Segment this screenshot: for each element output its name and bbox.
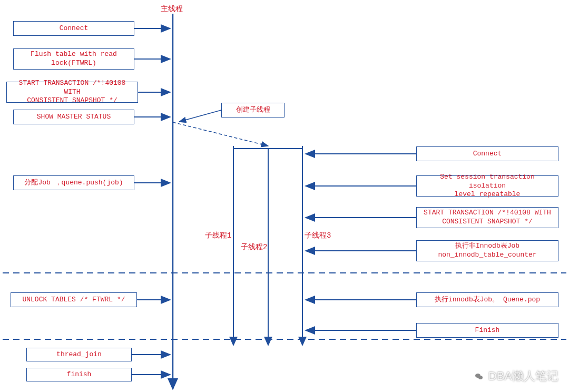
text: Finish bbox=[475, 326, 500, 335]
box-start-tx: START TRANSACTION /*!40108 WITH CONSISTE… bbox=[6, 82, 138, 103]
box-flush-table: Flush table with read lock(FTWRL) bbox=[13, 48, 134, 70]
box-create-subthread: 创建子线程 bbox=[221, 103, 284, 117]
svg-line-9 bbox=[179, 110, 221, 122]
text: Set session transaction isolation level … bbox=[421, 173, 554, 200]
text: Connect bbox=[473, 150, 502, 159]
subthread1-label: 子线程1 bbox=[205, 231, 231, 240]
box-innodb: 执行innodb表Job。 Quene.pop bbox=[416, 292, 558, 307]
text: Connect bbox=[60, 24, 89, 33]
box-connect: Connect bbox=[13, 21, 134, 36]
box-finish: finish bbox=[26, 368, 132, 381]
text: finish bbox=[67, 370, 92, 379]
box-unlock: UNLOCK TABLES /* FTWRL */ bbox=[11, 292, 137, 307]
subthread3-label: 子线程3 bbox=[305, 231, 331, 240]
text: 分配Job ，quene.push(job) bbox=[24, 179, 123, 188]
box-non-innodb: 执行非Innodb表Job non_innodb_table_counter bbox=[416, 240, 558, 261]
text: SHOW MASTER STATUS bbox=[37, 113, 111, 122]
wechat-icon bbox=[473, 370, 485, 383]
subthread2-label: 子线程2 bbox=[241, 242, 267, 252]
box-right-start-tx: START TRANSACTION /*!40108 WITH CONSISTE… bbox=[416, 207, 558, 228]
watermark-text: DBA懒人笔记 bbox=[488, 369, 558, 383]
text: Flush table with read lock(FTWRL) bbox=[31, 50, 117, 68]
box-show-master: SHOW MASTER STATUS bbox=[13, 110, 134, 124]
svg-line-10 bbox=[173, 122, 268, 146]
watermark: DBA懒人笔记 bbox=[473, 368, 558, 384]
text: 创建子线程 bbox=[236, 106, 270, 115]
box-thread-join: thread_join bbox=[26, 348, 132, 361]
text: 执行innodb表Job。 Quene.pop bbox=[435, 296, 540, 305]
text: 执行非Innodb表Job non_innodb_table_counter bbox=[438, 242, 536, 260]
box-set-session: Set session transaction isolation level … bbox=[416, 175, 558, 197]
box-right-connect: Connect bbox=[416, 146, 558, 161]
text: START TRANSACTION /*!40108 WITH CONSISTE… bbox=[11, 79, 133, 106]
box-finish2: Finish bbox=[416, 323, 558, 338]
text: START TRANSACTION /*!40108 WITH CONSISTE… bbox=[424, 209, 551, 227]
text: UNLOCK TABLES /* FTWRL */ bbox=[22, 296, 125, 305]
text: thread_join bbox=[56, 350, 102, 359]
main-thread-label: 主线程 bbox=[161, 4, 183, 14]
box-alloc-job: 分配Job ，quene.push(job) bbox=[13, 175, 134, 190]
